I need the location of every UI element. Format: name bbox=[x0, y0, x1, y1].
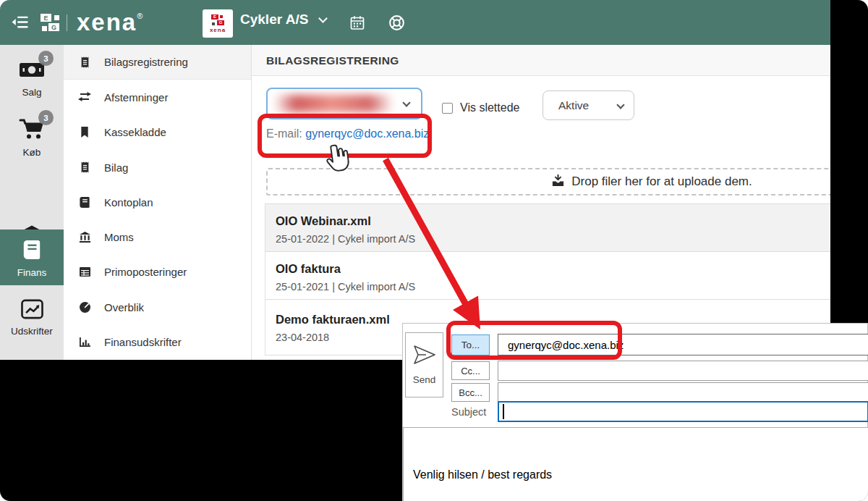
eg-red-e: E bbox=[211, 14, 218, 20]
eg-logo: E G bbox=[41, 14, 59, 31]
xena-app-icon[interactable]: E G xena bbox=[203, 9, 233, 38]
send-button[interactable]: Send bbox=[405, 332, 443, 397]
menu-sidebar: Bilagsregistrering Afstemninger Kassekla… bbox=[64, 45, 252, 360]
subject-label: Subject bbox=[451, 402, 486, 422]
wordmark-text: xena bbox=[77, 9, 137, 35]
collapse-menu-icon[interactable] bbox=[11, 12, 30, 35]
xena-app-window: E G xena® E G xena Cykler A/S bbox=[0, 0, 830, 360]
cart-icon bbox=[0, 118, 64, 143]
highlight-box-email-link bbox=[258, 114, 432, 158]
menu-item-label: Bilag bbox=[104, 161, 128, 174]
bookmark-icon bbox=[77, 126, 92, 138]
menu-item-label: Overblik bbox=[104, 301, 144, 313]
transfer-arrows-icon bbox=[77, 92, 92, 102]
page-title: BILAGSREGISTRERING bbox=[266, 45, 399, 76]
status-filter-value: Aktive bbox=[558, 91, 589, 119]
sidebar-label: Udskrifter bbox=[0, 326, 64, 337]
bcc-button[interactable]: Bcc... bbox=[451, 383, 490, 402]
status-filter-select[interactable]: Aktive bbox=[542, 90, 634, 120]
koeb-badge: 3 bbox=[38, 110, 54, 125]
receipt-icon bbox=[77, 56, 92, 69]
highlight-box-to-field bbox=[446, 321, 622, 360]
menu-item-afstemninger[interactable]: Afstemninger bbox=[64, 80, 251, 114]
gauge-icon bbox=[77, 301, 92, 313]
menu-item-label: Bilagsregistrering bbox=[104, 56, 188, 68]
menu-item-moms[interactable]: Moms bbox=[64, 219, 251, 254]
show-deleted-row: Vis slettede bbox=[442, 97, 519, 119]
sidebar-label: Salg bbox=[0, 87, 64, 98]
eg-red-square bbox=[212, 22, 215, 25]
eg-logo-e: E bbox=[41, 14, 51, 22]
help-lifering-icon[interactable] bbox=[388, 14, 406, 35]
subject-input[interactable] bbox=[498, 401, 868, 422]
menu-item-label: Finansudskrifter bbox=[104, 336, 182, 348]
file-row[interactable]: OIO Webinar.xml 25-01-2022 | Cykel impor… bbox=[265, 204, 830, 252]
file-name: OIO Webinar.xml bbox=[276, 214, 830, 228]
chart-icon bbox=[0, 299, 64, 322]
cc-button[interactable]: Cc... bbox=[451, 361, 490, 380]
menu-item-overblik[interactable]: Overblik bbox=[64, 290, 251, 324]
salg-badge: 3 bbox=[38, 51, 54, 66]
sidebar-label: Køb bbox=[0, 147, 64, 158]
menu-item-label: Primoposteringer bbox=[104, 266, 187, 278]
journal-icon bbox=[77, 196, 92, 209]
file-row[interactable]: OIO faktura 25-01-2021 | Cykel import A/… bbox=[265, 252, 830, 300]
table-icon bbox=[77, 266, 92, 277]
xena-wordmark: xena® bbox=[77, 9, 142, 36]
chevron-down-icon bbox=[318, 14, 328, 23]
eg-red-g: G bbox=[217, 20, 224, 25]
app-icon-caption: xena bbox=[210, 27, 226, 33]
sidebar-item-koeb[interactable]: 3 Køb bbox=[0, 109, 64, 158]
email-signature: Venlig hilsen / best regards bbox=[413, 468, 552, 481]
chevron-down-icon bbox=[616, 101, 624, 109]
top-header: E G xena® E G xena Cykler A/S bbox=[0, 0, 830, 45]
screenshot-canvas: E G xena® E G xena Cykler A/S bbox=[0, 0, 868, 501]
file-meta: 25-01-2022 | Cykel import A/S bbox=[276, 233, 830, 245]
book-icon bbox=[0, 239, 64, 264]
sidebar-label: Finans bbox=[0, 267, 64, 278]
menu-item-kassekladde[interactable]: Kassekladde bbox=[64, 115, 251, 150]
show-deleted-checkbox[interactable] bbox=[442, 103, 453, 114]
paper-plane-icon bbox=[412, 345, 438, 368]
redacted-value bbox=[273, 95, 396, 112]
send-label: Send bbox=[413, 374, 436, 385]
eg-logo-square bbox=[54, 15, 59, 20]
registered-mark: ® bbox=[137, 12, 142, 20]
money-icon bbox=[0, 60, 64, 83]
menu-item-primoposteringer[interactable]: Primoposteringer bbox=[64, 255, 251, 290]
menu-item-label: Kassekladde bbox=[104, 126, 166, 138]
chevron-down-icon bbox=[402, 98, 410, 106]
menu-item-finansudskrifter[interactable]: Finansudskrifter bbox=[64, 324, 251, 359]
menu-item-bilag[interactable]: Bilag bbox=[64, 150, 251, 185]
menu-item-bilagsregistrering[interactable]: Bilagsregistrering bbox=[64, 45, 251, 80]
file-meta: 25-01-2021 | Cykel import A/S bbox=[276, 281, 830, 292]
main-content: BILAGSREGISTRERING Vis slettede Aktive E… bbox=[252, 45, 830, 360]
header-divider bbox=[67, 14, 67, 31]
bar-chart-icon bbox=[77, 336, 92, 348]
sidebar-item-finans[interactable]: Finans bbox=[0, 230, 64, 285]
page-header: BILAGSREGISTRERING bbox=[252, 45, 830, 76]
company-selector[interactable]: Cykler A/S bbox=[240, 12, 326, 28]
file-dropzone[interactable]: Drop filer her for at uploade dem. bbox=[266, 168, 830, 195]
bcc-input[interactable] bbox=[498, 382, 868, 403]
eg-red-square bbox=[220, 15, 223, 18]
cc-input[interactable] bbox=[498, 361, 868, 381]
sidebar-item-udskrifter[interactable]: Udskrifter bbox=[0, 290, 64, 337]
sidebar-item-salg[interactable]: 3 Salg bbox=[0, 51, 64, 98]
file-name: OIO faktura bbox=[276, 262, 830, 276]
dropzone-text: Drop filer her for at uploade dem. bbox=[571, 174, 752, 189]
icon-sidebar: 3 Salg 3 bbox=[0, 45, 64, 360]
menu-item-kontoplan[interactable]: Kontoplan bbox=[64, 185, 251, 219]
text-caret bbox=[503, 404, 504, 419]
email-body[interactable]: Venlig hilsen / best regards bbox=[403, 427, 868, 501]
eg-logo-g: G bbox=[48, 23, 59, 31]
download-icon bbox=[551, 174, 565, 190]
company-name: Cykler A/S bbox=[240, 12, 308, 28]
menu-item-label: Afstemninger bbox=[104, 91, 168, 104]
menu-item-label: Moms bbox=[104, 231, 134, 243]
calendar-icon[interactable] bbox=[349, 14, 366, 35]
eg-logo-square bbox=[42, 26, 47, 31]
receipt-icon bbox=[77, 161, 92, 174]
menu-item-label: Kontoplan bbox=[104, 196, 153, 209]
bank-icon bbox=[77, 231, 92, 243]
